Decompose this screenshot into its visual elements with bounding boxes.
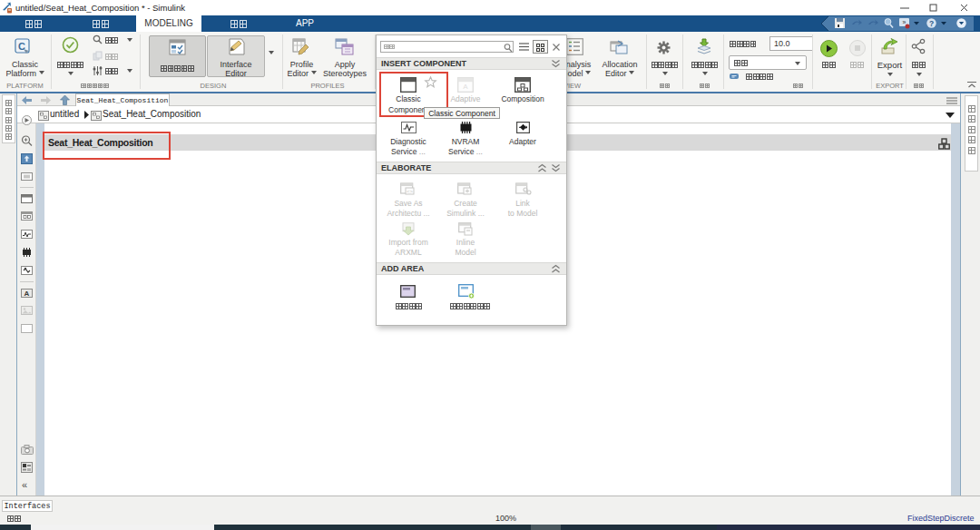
svg-text:A: A: [463, 83, 468, 91]
svg-text:»: »: [903, 19, 906, 25]
svg-text:?: ?: [929, 19, 934, 28]
svg-text:A: A: [24, 290, 30, 298]
svg-text:<>: <>: [407, 189, 414, 194]
